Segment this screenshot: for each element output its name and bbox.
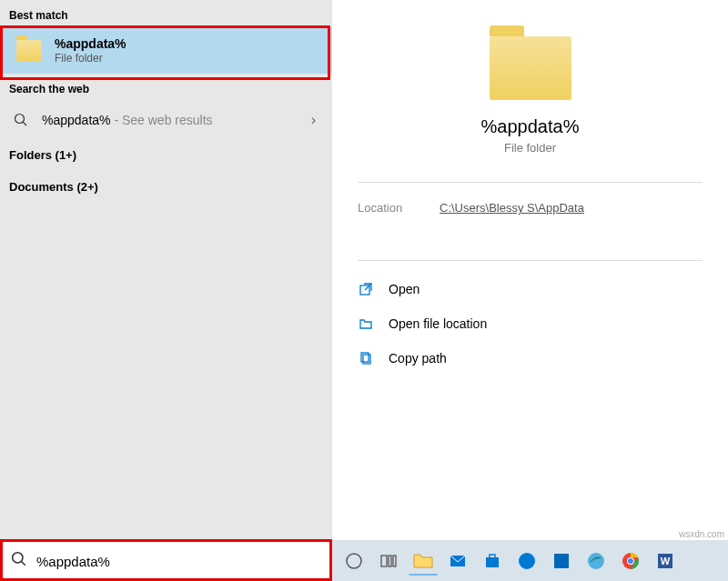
svg-point-5 (13, 553, 23, 563)
svg-point-15 (588, 553, 604, 569)
svg-line-1 (23, 122, 26, 125)
edge-icon[interactable] (581, 546, 611, 576)
cortana-icon[interactable] (339, 546, 369, 576)
folder-icon-large (490, 36, 571, 100)
chrome-icon[interactable] (616, 546, 645, 576)
svg-rect-14 (554, 554, 569, 568)
best-match-result[interactable]: %appdata% File folder (0, 27, 332, 74)
preview-subtitle: File folder (332, 141, 728, 155)
search-results-panel: Best match %appdata% File folder Search … (0, 0, 332, 540)
folders-category[interactable]: Folders (1+) (0, 139, 332, 171)
svg-point-7 (347, 554, 361, 568)
svg-point-0 (15, 115, 25, 124)
web-result-text: %appdata% (42, 113, 111, 127)
app-icon[interactable] (547, 546, 576, 576)
search-icon (13, 112, 29, 128)
store-icon[interactable] (478, 546, 507, 576)
search-input[interactable] (36, 554, 321, 569)
best-match-subtitle: File folder (55, 52, 126, 65)
folder-icon (16, 40, 42, 62)
folder-location-icon (358, 316, 374, 332)
word-icon[interactable]: W (651, 546, 680, 576)
svg-point-13 (519, 553, 535, 569)
preview-title: %appdata% (332, 116, 728, 137)
search-icon (11, 551, 27, 571)
search-web-header: Search the web (0, 74, 332, 101)
dell-icon[interactable] (512, 546, 541, 576)
location-value[interactable]: C:\Users\Blessy S\AppData (440, 201, 584, 215)
search-web-item[interactable]: %appdata% - See web results › (0, 101, 332, 139)
svg-line-6 (21, 561, 25, 565)
svg-rect-8 (381, 556, 387, 566)
web-result-sub: - See web results (111, 113, 213, 127)
svg-rect-10 (393, 556, 396, 566)
open-file-location-action[interactable]: Open file location (358, 306, 703, 341)
open-action[interactable]: Open (358, 272, 703, 306)
taskbar: W (332, 540, 728, 581)
copy-path-action[interactable]: Copy path (358, 341, 703, 376)
best-match-header: Best match (0, 0, 332, 27)
file-explorer-icon[interactable] (409, 546, 438, 576)
open-icon (358, 281, 374, 297)
svg-point-18 (628, 558, 633, 564)
svg-rect-9 (389, 556, 391, 566)
watermark: wsxdn.com (679, 529, 724, 539)
open-label: Open (389, 282, 420, 296)
search-bar[interactable] (0, 540, 332, 581)
copy-path-label: Copy path (389, 351, 447, 366)
chevron-right-icon: › (311, 112, 316, 128)
open-file-location-label: Open file location (389, 316, 487, 331)
best-match-title: %appdata% (55, 36, 126, 51)
task-view-icon[interactable] (374, 546, 403, 576)
mail-icon[interactable] (443, 546, 472, 576)
preview-panel: %appdata% File folder Location C:\Users\… (332, 0, 728, 540)
svg-rect-12 (486, 557, 499, 567)
documents-category[interactable]: Documents (2+) (0, 171, 332, 203)
location-label: Location (358, 201, 440, 215)
copy-icon (358, 350, 374, 366)
svg-text:W: W (661, 556, 671, 566)
